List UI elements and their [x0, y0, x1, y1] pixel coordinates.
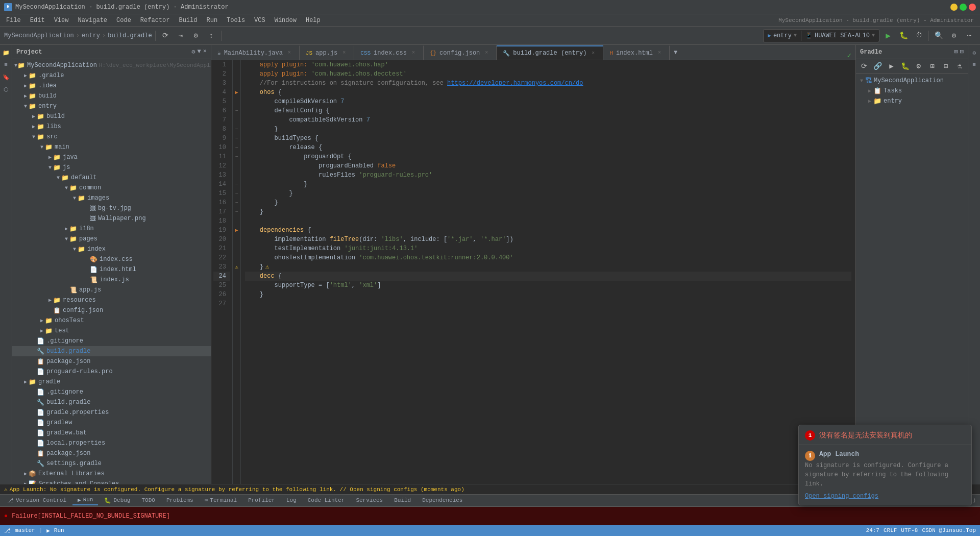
bottom-tab-build[interactable]: Build	[389, 496, 416, 504]
profile-btn[interactable]: ⏱	[912, 29, 925, 42]
tree-item-libs[interactable]: ▶ 📁 libs	[12, 121, 211, 132]
minimize-btn[interactable]	[950, 4, 958, 11]
tab-buildgradle[interactable]: 🔧 build.gradle (entry) ×	[497, 45, 603, 60]
code-editor[interactable]: apply plugin: 'com.huawei.ohos.hap' appl…	[241, 60, 855, 536]
bottom-tab-services[interactable]: Services	[351, 496, 388, 504]
gradle-item-entry[interactable]: ▶ 📁 entry	[858, 96, 966, 106]
gradle-expand-icon[interactable]: ⊞	[954, 48, 958, 56]
tree-item-gitignore-entry[interactable]: ▶ 📄 .gitignore	[12, 336, 211, 346]
menu-view[interactable]: View	[50, 16, 73, 25]
toolbar-settings-btn[interactable]: ⚙	[189, 29, 203, 42]
gradle-item-tasks[interactable]: ▶ 📋 Tasks	[858, 86, 966, 96]
more-actions-btn[interactable]: ⋯	[963, 29, 976, 42]
gradle-filter-btn[interactable]: ⚗	[953, 60, 966, 73]
tree-item-index-html[interactable]: ▶ 📄 index.html	[12, 264, 211, 275]
tree-item-images[interactable]: ▼ 📁 images	[12, 193, 211, 203]
menu-tools[interactable]: Tools	[223, 16, 249, 25]
menu-refactor[interactable]: Refactor	[136, 16, 174, 25]
tab-buildgradle-close[interactable]: ×	[590, 50, 597, 57]
right-sidebar-icon-1[interactable]: ⚙	[969, 47, 980, 58]
tree-item-i18n[interactable]: ▶ 📁 i18n	[12, 224, 211, 234]
tree-item-package-json-root[interactable]: ▶ 📋 package.json	[12, 448, 211, 458]
menu-navigate[interactable]: Navigate	[74, 16, 111, 25]
toolbar-indent-btn[interactable]: ⇥	[174, 29, 187, 42]
tree-item-ohos-test[interactable]: ▶ 📁 ohosTest	[12, 315, 211, 326]
breadcrumb-app[interactable]: MySecondApplication	[4, 32, 74, 39]
tab-indexcss-close[interactable]: ×	[410, 50, 417, 57]
tree-item-build-gradle-entry[interactable]: ▶ 🔧 build.gradle	[12, 346, 211, 356]
tree-item-pages[interactable]: ▼ 📁 pages	[12, 234, 211, 244]
bottom-tab-code-linter[interactable]: Code Linter	[303, 496, 350, 504]
menu-help[interactable]: Help	[302, 16, 325, 25]
menu-build[interactable]: Build	[175, 16, 201, 25]
tree-item-package-json-entry[interactable]: ▶ 📋 package.json	[12, 356, 211, 367]
tree-item-gradle-hidden[interactable]: ▶ 📁 .gradle	[12, 70, 211, 81]
tree-item-gradle-properties[interactable]: ▶ 📄 gradle.properties	[12, 407, 211, 418]
gradle-expand-all-btn[interactable]: ⊞	[926, 60, 939, 73]
gradle-link-btn[interactable]: 🔗	[872, 60, 885, 73]
tab-configjson-close[interactable]: ×	[483, 50, 490, 57]
tree-item-entry[interactable]: ▼ 📁 entry	[12, 101, 211, 111]
notif-link[interactable]: Open signing configs	[805, 493, 878, 500]
tab-indexcss[interactable]: CSS index.css ×	[354, 45, 424, 60]
bottom-tab-terminal[interactable]: ⌨ Terminal	[200, 496, 242, 505]
tree-item-default[interactable]: ▼ 📁 default	[12, 173, 211, 183]
toolbar-sync-btn[interactable]: ⟳	[159, 29, 172, 42]
gradle-refresh-btn[interactable]: ⟳	[858, 60, 871, 73]
maximize-btn[interactable]	[960, 4, 967, 11]
sidebar-project-icon[interactable]: 📁	[1, 47, 12, 58]
tab-bar-more[interactable]: ▼	[670, 49, 681, 56]
gradle-collapse-all-btn[interactable]: ⊟	[940, 60, 952, 73]
toolbar-expand-btn[interactable]: ↕	[205, 29, 218, 42]
tab-configjson[interactable]: {} config.json ×	[424, 45, 497, 60]
tree-item-config-json[interactable]: ▶ 📋 config.json	[12, 305, 211, 315]
tree-item-js[interactable]: ▼ 📁 js	[12, 162, 211, 173]
device-dropdown[interactable]: 📱 HUAWEI SEA-AL10 ▼	[805, 32, 875, 39]
tree-item-index-folder[interactable]: ▼ 📁 index	[12, 244, 211, 254]
tab-indexhtml-close[interactable]: ×	[656, 50, 663, 57]
tree-item-app-js[interactable]: ▶ 📜 app.js	[12, 285, 211, 295]
run-btn[interactable]: ▶	[881, 29, 895, 42]
tree-item-wallpaper[interactable]: ▶ 🖼 Wallpaper.png	[12, 213, 211, 224]
right-sidebar-icon-2[interactable]: ≡	[969, 59, 980, 70]
gradle-collapse-icon[interactable]: ⊟	[960, 48, 964, 56]
run-config-dropdown[interactable]: ▶ entry ▼	[768, 32, 797, 39]
tree-item-external-libs[interactable]: ▶ 📦 External Libraries	[12, 469, 211, 479]
bottom-tab-todo[interactable]: TODO	[136, 496, 160, 504]
breadcrumb-file[interactable]: build.gradle	[108, 32, 152, 39]
sidebar-variants-icon[interactable]: ⬡	[1, 84, 12, 95]
panel-collapse-icon[interactable]: ▼	[198, 48, 201, 56]
panel-close-icon[interactable]: ×	[203, 48, 207, 56]
menu-window[interactable]: Window	[271, 16, 301, 25]
tab-appjs-close[interactable]: ×	[340, 50, 348, 57]
panel-gear-icon[interactable]: ⚙	[191, 48, 195, 56]
menu-edit[interactable]: Edit	[26, 16, 49, 25]
tree-item-build-root[interactable]: ▶ 📁 build	[12, 91, 211, 101]
gradle-debug-task-btn[interactable]: 🐛	[899, 60, 912, 73]
search-everywhere-btn[interactable]: 🔍	[932, 29, 945, 42]
tree-item-gradle-folder[interactable]: ▶ 📁 gradle	[12, 377, 211, 387]
bottom-tab-problems[interactable]: Problems	[161, 496, 199, 504]
tree-item-gradlew-bat[interactable]: ▶ 📄 gradlew.bat	[12, 428, 211, 438]
tab-mainability[interactable]: ☕ MainAbility.java ×	[211, 45, 300, 60]
tree-item-index-js[interactable]: ▶ 📜 index.js	[12, 275, 211, 285]
tree-item-gradlew[interactable]: ▶ 📄 gradlew	[12, 418, 211, 428]
tree-item-build-gradle-root[interactable]: ▶ 🔧 build.gradle	[12, 397, 211, 407]
tree-item-local-properties[interactable]: ▶ 📄 local.properties	[12, 438, 211, 448]
tree-item-proguard[interactable]: ▶ 📄 proguard-rules.pro	[12, 367, 211, 377]
menu-file[interactable]: File	[2, 16, 25, 25]
menu-vcs[interactable]: VCS	[250, 16, 270, 25]
bottom-tab-run[interactable]: ▶ Run	[72, 496, 98, 505]
bottom-tab-debug[interactable]: 🐛 Debug	[99, 496, 135, 505]
menu-code[interactable]: Code	[112, 16, 135, 25]
tree-item-resources[interactable]: ▶ 📁 resources	[12, 295, 211, 305]
tab-mainability-close[interactable]: ×	[286, 50, 293, 57]
close-btn[interactable]	[969, 4, 976, 11]
tab-indexhtml[interactable]: H index.html ×	[603, 45, 670, 60]
settings-main-btn[interactable]: ⚙	[947, 29, 961, 42]
tree-item-test[interactable]: ▶ 📁 test	[12, 326, 211, 336]
tab-appjs[interactable]: JS app.js ×	[300, 45, 354, 60]
tree-item-root[interactable]: ▼ 📁 MySecondApplication H:\dev_eco_workp…	[12, 60, 211, 70]
menu-run[interactable]: Run	[202, 16, 222, 25]
tree-item-src[interactable]: ▼ 📁 src	[12, 132, 211, 142]
